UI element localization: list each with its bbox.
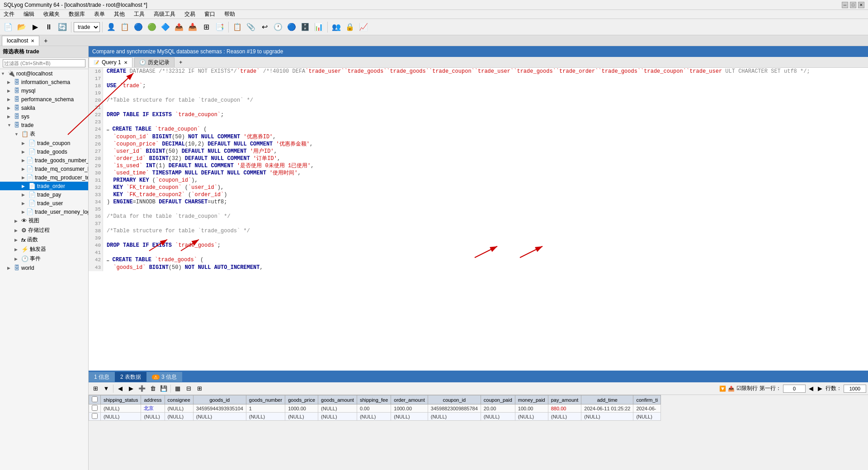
menu-window[interactable]: 窗口	[203, 10, 217, 18]
toolbar-export[interactable]: 📤	[173, 21, 185, 33]
tree-trade-pay[interactable]: ▶ 📄 trade_pay	[0, 190, 88, 199]
db-select[interactable]: trade	[74, 22, 100, 32]
tree-performance-schema[interactable]: ▶ 🗄 performance_schema	[0, 95, 88, 103]
col-money-paid[interactable]: money_paid	[515, 395, 548, 404]
close-button[interactable]: ✕	[858, 2, 864, 8]
result-tab-status[interactable]: ⚠ 3 信息	[146, 372, 182, 382]
rt-dropdown-btn[interactable]: ▼	[101, 384, 111, 394]
toolbar-clock[interactable]: 🕐	[272, 21, 284, 33]
col-order-amount[interactable]: order_amount	[391, 395, 428, 404]
toolbar-open[interactable]: 📂	[15, 21, 28, 33]
toolbar-monitor[interactable]: 📈	[357, 21, 370, 33]
tree-trade[interactable]: ▼ 🗄 trade	[0, 121, 88, 129]
menu-tools[interactable]: 工具	[132, 10, 146, 18]
toolbar-paste[interactable]: 📎	[245, 21, 257, 33]
query-tab-close[interactable]: ✕	[124, 60, 127, 65]
col-shipping-status[interactable]: shipping_status	[101, 395, 141, 404]
col-shipping-fee[interactable]: shipping_fee	[357, 395, 391, 404]
menu-trade[interactable]: 交易	[183, 10, 197, 18]
toolbar-refresh[interactable]: 🔄	[56, 21, 69, 33]
toolbar-form[interactable]: 📑	[213, 21, 226, 33]
col-goods-number[interactable]: goods_number	[246, 395, 285, 404]
rt-next-page-btn[interactable]: ▶	[816, 384, 824, 394]
toolbar-copy[interactable]: 📋	[231, 21, 244, 33]
tree-trade-mq-consumer-log[interactable]: ▶ 📄 trade_mq_consumer_log	[0, 164, 88, 173]
tree-trade-goods[interactable]: ▶ 📄 trade_goods	[0, 147, 88, 156]
rt-prev-page-btn[interactable]: ◀	[807, 384, 815, 394]
toolbar-grid[interactable]: ⊞	[200, 21, 212, 33]
tree-views[interactable]: ▶ 👁 视图	[0, 216, 88, 226]
rt-add-btn[interactable]: ➕	[137, 384, 147, 394]
rows-input[interactable]	[844, 385, 866, 393]
menu-file[interactable]: 文件	[2, 10, 16, 18]
col-confirm-ti[interactable]: confirm_ti	[633, 395, 661, 404]
history-tab[interactable]: 🕐 历史记录	[134, 57, 175, 67]
tree-procedures[interactable]: ▶ ⚙ 存储过程	[0, 226, 88, 235]
rt-delete-btn[interactable]: 🗑	[148, 384, 158, 394]
col-goods-price[interactable]: goods_price	[285, 395, 318, 404]
tree-trade-coupon[interactable]: ▶ 📄 trade_coupon	[0, 139, 88, 147]
tree-tables[interactable]: ▼ 📋 表	[0, 129, 88, 139]
row-select-checkbox[interactable]	[92, 405, 98, 411]
col-coupon-paid[interactable]: coupon_paid	[481, 395, 515, 404]
rt-prev-btn[interactable]: ◀	[115, 384, 125, 394]
first-row-input[interactable]	[783, 385, 806, 393]
rt-layout-btn[interactable]: ▦	[173, 384, 183, 394]
col-coupon-id[interactable]: coupon_id	[428, 395, 481, 404]
conn-tab-localhost[interactable]: localhost ✕	[2, 36, 39, 46]
menu-advanced[interactable]: 高级工具	[152, 10, 177, 18]
tree-trade-user[interactable]: ▶ 📄 trade_user	[0, 199, 88, 207]
conn-tab-add[interactable]: +	[41, 36, 50, 45]
rt-row-btn[interactable]: ⊞	[194, 384, 204, 394]
toolbar-security[interactable]: 🔒	[344, 21, 356, 33]
toolbar-table-icon[interactable]: 📋	[118, 21, 131, 33]
toolbar-dbcopy[interactable]: 🗄️	[299, 21, 311, 33]
toolbar-schema2[interactable]: 📊	[312, 21, 325, 33]
query-tab-1[interactable]: 📝 Query 1 ✕	[89, 57, 132, 67]
menu-edit[interactable]: 编辑	[22, 10, 36, 18]
result-tab-data[interactable]: 2 表数据	[115, 372, 146, 382]
rt-grid-btn[interactable]: ⊞	[90, 384, 100, 394]
tree-information-schema[interactable]: ▶ 🗄 information_schema	[0, 78, 88, 86]
tree-mysql[interactable]: ▶ 🗄 mysql	[0, 86, 88, 95]
sidebar-filter-input[interactable]	[3, 59, 85, 67]
data-table-wrap[interactable]: shipping_status address consignee goods_…	[89, 395, 868, 470]
toolbar-reload[interactable]: ↩	[258, 21, 271, 33]
rt-save-btn[interactable]: 💾	[159, 384, 169, 394]
toolbar-data[interactable]: 🔷	[159, 21, 172, 33]
tree-triggers[interactable]: ▶ ⚡ 触发器	[0, 244, 88, 254]
maximize-button[interactable]: □	[850, 2, 856, 8]
toolbar-stop[interactable]: ⏸	[42, 21, 55, 33]
toolbar-play[interactable]: ▶	[29, 21, 42, 33]
minimize-button[interactable]: ─	[842, 2, 848, 8]
tree-sakila[interactable]: ▶ 🗄 sakila	[0, 103, 88, 112]
rt-col-btn[interactable]: ⊟	[184, 384, 193, 394]
tree-trade-order[interactable]: ▶ 📄 trade_order	[0, 182, 88, 190]
tree-sys[interactable]: ▶ 🗄 sys	[0, 112, 88, 121]
row-select-checkbox-2[interactable]	[92, 413, 98, 419]
rt-next-btn[interactable]: ▶	[126, 384, 136, 394]
result-tab-info[interactable]: 1 信息	[89, 372, 115, 382]
select-all-checkbox[interactable]	[92, 396, 98, 402]
menu-table[interactable]: 表单	[92, 10, 107, 18]
toolbar-new[interactable]: 📄	[2, 21, 14, 33]
toolbar-user[interactable]: 👤	[105, 21, 118, 33]
toolbar-sync[interactable]: 🟢	[146, 21, 158, 33]
toolbar-users[interactable]: 👥	[330, 21, 343, 33]
row-checkbox[interactable]	[89, 404, 101, 413]
toolbar-circle[interactable]: 🔵	[285, 21, 298, 33]
col-consignee[interactable]: consignee	[165, 395, 193, 404]
tree-root[interactable]: ▼ 🔌 root@localhost	[0, 69, 88, 78]
menu-favorites[interactable]: 收藏夹	[42, 10, 61, 18]
col-goods-id[interactable]: goods_id	[193, 395, 246, 404]
tree-functions[interactable]: ▶ fx 函数	[0, 235, 88, 244]
col-goods-amount[interactable]: goods_amount	[318, 395, 357, 404]
conn-tab-close[interactable]: ✕	[31, 38, 34, 43]
toolbar-import[interactable]: 📥	[186, 21, 199, 33]
tree-trade-user-money-log[interactable]: ▶ 📄 trade_user_money_log	[0, 207, 88, 216]
menu-database[interactable]: 数据库	[67, 10, 87, 18]
toolbar-schema[interactable]: 🔵	[132, 21, 145, 33]
code-editor[interactable]: 16 CREATE DATABASE /*!32312 IF NOT EXIST…	[89, 68, 868, 371]
tree-world[interactable]: ▶ 🗄 world	[0, 263, 88, 272]
col-add-time[interactable]: add_time	[581, 395, 633, 404]
